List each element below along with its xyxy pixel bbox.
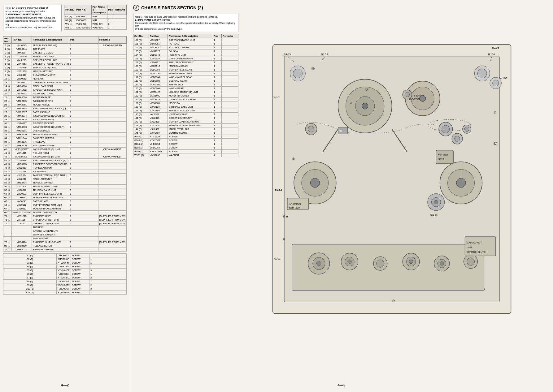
table-row: 7 (3)VXA4836SIDE PLATE (R) UNIT1 — [3, 66, 127, 69]
left-page-number: 4—2 — [61, 383, 69, 387]
table-row: 100 (2)VEK5927CAPSTAN STATOR UNIT1 — [133, 38, 238, 42]
table-row: W2 (1)XMGV260SGWASHER1 — [64, 26, 127, 30]
table-row: 40 (1)VXA5245K1TINCLINED BASE (S) UNIT1O… — [3, 147, 127, 151]
table-row: 71 (1)VXP1553UPPER CYLINDER UNIT1[SUPPLI… — [3, 222, 127, 225]
chassis-section-title: 2 CHASSIS PARTS SECTION (2) — [133, 5, 550, 11]
svg-text:UNIT: UNIT — [466, 246, 472, 249]
right-page-number: 4—3 — [337, 383, 345, 387]
svg-text:B104: B104 — [488, 53, 495, 56]
table-row: 35 (1)VMK2175P4 SLEEVE1 — [3, 140, 127, 144]
table-row: B10 (1)VHD0342SCREW3 — [3, 287, 127, 291]
table-row: 52 (3)VXZ0310TENSION BAND UNIT1 — [3, 188, 127, 192]
table-row: 104 (2)VDD0140HOISTING UNIT2 — [133, 53, 238, 57]
table-row: 48 (3)VXL2394TAKE UP TENSION REG ARM U1 — [3, 173, 127, 177]
table-row: 1 (1)VMJ0743FLEXIBLE CABLE (6P)1P4D02-A/… — [3, 43, 127, 47]
table-row: 110 (2)VDD0057TAKE UP REEL GEAR1 — [133, 71, 238, 75]
notice-line1: Note: 1. * Be sure to make your orders o… — [6, 6, 59, 13]
left-page: Note: 1. * Be sure to make your orders o… — [0, 0, 130, 392]
svg-text:⑮: ⑮ — [494, 141, 497, 145]
table-row: B2 (1)XTV26-6FSCREW1 — [3, 257, 127, 261]
table-row: AND VXP1553 — [3, 236, 127, 240]
table-row: 127 (2)VDS5085MODE SW1 — [133, 101, 238, 105]
svg-text:⑩: ⑩ — [350, 102, 352, 105]
notice-line3: Components identified with the mark △ ha… — [6, 16, 59, 26]
svg-text:B103: B103 — [284, 53, 291, 56]
table-row: 108 (2)VDG0513MAIN CAM GEAR1 — [133, 64, 238, 68]
svg-rect-29 — [436, 150, 453, 164]
table-row: 140 (2)VAL2378IDLER ARM UNIT1 — [133, 112, 238, 116]
svg-point-63 — [477, 69, 487, 78]
table-row: 112 (2)VDD0085SUB CAM GEAR1 — [133, 79, 238, 83]
table-row: 29 (1)VMA8878PS STOPPER BASE1 — [3, 118, 127, 121]
svg-point-78 — [440, 262, 444, 265]
table-row: 81 (1)VMB2013RELEASE SPRING1 — [3, 248, 127, 251]
top-parts-table: Ref.No. Part No. Part Name & Description… — [64, 5, 127, 30]
table-row: 144 (2)VXL2357MAIN LEVER UNIT1 — [133, 127, 238, 131]
r-notice-l4: of these components, use only the same t… — [135, 28, 237, 31]
svg-point-61 — [293, 69, 303, 78]
table-row: 15 (3)VXP1402IMPEDANCE ROLLER UNIT1 — [3, 88, 127, 92]
svg-text:⑩: ⑩ — [365, 88, 368, 91]
table-row: 103 (2)VMK1927OIL SEAL2 — [133, 49, 238, 53]
svg-text:⑩: ⑩ — [282, 237, 285, 241]
svg-point-75 — [409, 260, 413, 263]
table-row: 121 (3)VEM0427LOADING MOTOR (1) UNIT1 — [133, 90, 238, 94]
table-row: 142 (2)VXL2299SUPPLY LOADING ARM UNIT1 — [133, 120, 238, 123]
section-number: 2 — [133, 5, 139, 11]
table-row: W1 (1)VMX2208WASHER3 — [64, 22, 127, 26]
table-row: 49 (3)VXL2246PINCH ARM UNIT1 — [3, 177, 127, 181]
table-row: 129 (2)VXA4790TENSION ROLLER UNIT1 — [133, 109, 238, 112]
svg-text:⑩⑥: ⑩⑥ — [282, 214, 289, 218]
table-row: B102 (2)XTV26-6FSCREW1 — [133, 135, 238, 138]
svg-point-22 — [405, 92, 410, 97]
svg-point-92 — [434, 200, 438, 204]
table-row: 51 (3)VXL2309TENSION ARM (1) UNIT1 — [3, 184, 127, 188]
left-notice-box: Note: 1. * Be sure to make your orders o… — [3, 5, 62, 31]
svg-text:W101: W101 — [273, 96, 281, 99]
right-page: 2 CHASSIS PARTS SECTION (2) Note: 1. * B… — [130, 0, 553, 392]
table-row: 80 (1)VML2680RELEASE LEVER1 — [3, 244, 127, 248]
table-row: 27 (1)VMC0917EARTH SPRING1 — [3, 110, 127, 114]
table-row: 31 (1)VMA8873INCLINED BASE HOLDER (T)1 — [3, 125, 127, 129]
svg-point-72 — [377, 260, 384, 267]
chassis-diagram: CAPSTAN ROTOR — [242, 14, 550, 360]
svg-text:B106: B106 — [492, 46, 499, 49]
table-row: N1 (1)VMD0192NUT3 — [64, 15, 127, 19]
table-row: 106 (2)VXP1519CAPSTAN ROTOR UNIT1 — [133, 57, 238, 60]
table-row: 20 (1)VDD0213A/C HEAD (1) UNIT1 — [3, 92, 127, 95]
svg-text:UNIT: UNIT — [438, 158, 445, 161]
screws-table: B1 (1)VHD0733SCREW2B2 (1)XTV26-6FSCREW1B… — [3, 253, 127, 295]
table-row: B106 (2)XSR26-4FZSCREW1 — [133, 149, 238, 153]
table-row: 72 (1)VDS4474CYLINDER SHIELD PLATE1[SUPP… — [3, 240, 127, 244]
table-row: W101 (2)VMX2208WASHER4 — [133, 153, 238, 157]
table-row: 120 (2)VDD0866WORM GEAR1 — [133, 86, 238, 90]
svg-point-10 — [362, 103, 368, 109]
table-row: INTERCHANGEABILITY — [3, 229, 127, 233]
table-row: 22 (1)VME2515A/C HEAD SPRING3 — [3, 99, 127, 103]
table-row: 6 (1)VXA4661CASSETTE HOLDER PLATE UNIT1 — [3, 62, 127, 66]
table-row: B103 (2)XTV26-6FSCREW1 — [133, 138, 238, 142]
table-row: 60 (3)VXB0221SUPPLY REEL TABLE UNIT1 — [3, 192, 127, 196]
table-row: 46 (3)VXL2310REVIEW ARM UNIT1 — [3, 166, 127, 170]
svg-text:⑪: ⑪ — [311, 67, 315, 70]
table-row: B5 (1)XTV26-10FSCREW3 — [3, 268, 127, 272]
table-row: 109 (2)VDD0056SUPPLY REEL GEAR1 — [133, 68, 238, 71]
table-row: 9 (1)VXL2440CLEANER ARM UNIT1 — [3, 73, 127, 77]
table-row: B3 (1)XTV264-4FSCREW1 — [3, 261, 127, 265]
table-row: 111 (2)VDD0068WORM WHEEL GEAR1 — [133, 75, 238, 79]
table-row: 12 (1)VBS0052FE HEAD1 — [3, 77, 127, 80]
table-row: 32 (1)VMD2101OPENER PIECE1 — [3, 129, 127, 132]
table-row: 47 (3)VXL1728PS ARM UNIT1 — [3, 170, 127, 173]
svg-text:⑩: ⑩ — [392, 299, 395, 303]
table-row: 126 (2)VML3725IDLER CONTROL LEVER1 — [133, 97, 238, 101]
table-row: B4 (1)XTN3-6FZSCREW1 — [3, 265, 127, 268]
table-row: 70 (1)VES1215CYLINDER UNIT1[SUPPLIED FRO… — [3, 214, 127, 218]
table-row: 65 (1)2SB1320Y0Y01EPOWER TRANSISTOR1 — [3, 210, 127, 214]
svg-text:B132: B132 — [275, 188, 282, 191]
table-row: B1 (1)VHD0733SCREW2 — [3, 253, 127, 257]
table-row: 145 (2)VXP1409CENTRE CLUTCH1 — [133, 131, 238, 135]
table-row: 41 (3)VXP1415ROLLER POST2 — [3, 151, 127, 155]
svg-text:ARM UNIT: ARM UNIT — [289, 207, 300, 209]
table-row: N2 (1)VMD0193NUT1 — [64, 19, 127, 22]
section-title-text: CHASSIS PARTS SECTION (2) — [141, 5, 203, 10]
